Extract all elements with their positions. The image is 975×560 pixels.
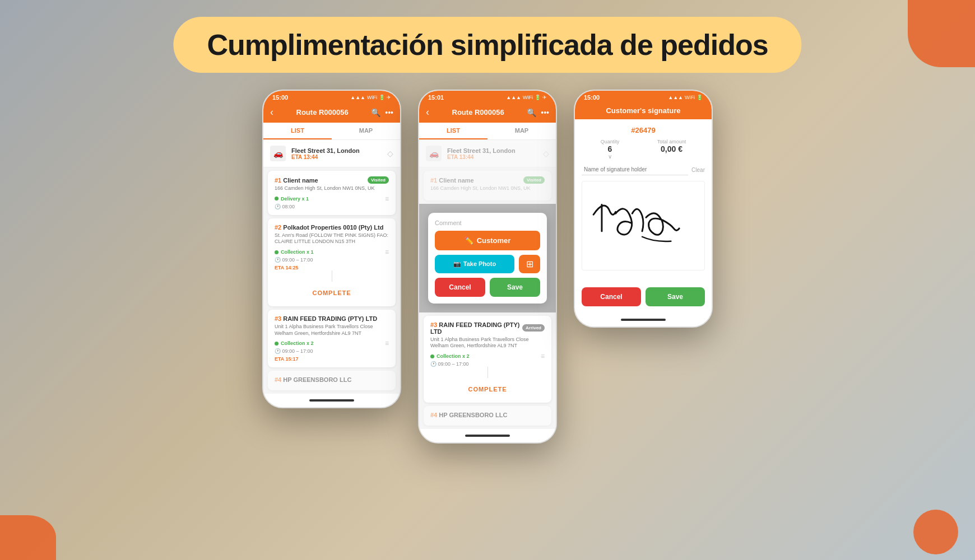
phones-container: 15:00 ▲▲▲ WiFi 🔋 ✈ ‹ Route R000056 🔍 •••…: [262, 90, 713, 444]
phone1-search-icon[interactable]: 🔍: [371, 108, 380, 117]
phone1-stop2-collection: Collection x 1: [281, 249, 314, 255]
phone1-home: [263, 394, 400, 407]
phone3-home: [575, 313, 712, 326]
phone2-home: [419, 429, 556, 442]
phone2-back-icon[interactable]: ‹: [426, 106, 429, 118]
phone1-location-icon: 🚗: [270, 146, 286, 161]
gallery-button[interactable]: ⊞: [519, 255, 540, 273]
phone2-stop3-title: #3 RAIN FEED TRADING (PTY) LTD: [430, 321, 522, 335]
phone1-stop1-time: 🕐 08:00: [275, 204, 389, 209]
cancel-button[interactable]: Cancel: [435, 278, 485, 297]
phone1-location-row: 🚗 Fleet Street 31, London ETA 13:44 ◇: [263, 140, 400, 167]
comment-label: Comment: [435, 220, 540, 226]
phone1-stop2-menu[interactable]: ≡: [385, 248, 389, 256]
phone2-stop3-header: #3 RAIN FEED TRADING (PTY) LTD Arrived: [430, 321, 545, 335]
phone2-nav-title: Route R000056: [452, 108, 504, 116]
phone1-nav-title: Route R000056: [296, 108, 349, 116]
sig-canvas[interactable]: [582, 181, 705, 270]
phone1-stop2-eta: ETA 14:25: [275, 265, 389, 270]
phone2-location-name: Fleet Street 31, London: [447, 147, 537, 154]
phone1-tab-list[interactable]: LIST: [263, 123, 332, 139]
take-photo-label: Take Photo: [463, 260, 496, 267]
phone2-status-bar: 15:01 ▲▲▲ WiFi 🔋 ✈: [419, 91, 556, 103]
phone1-content: 🚗 Fleet Street 31, London ETA 13:44 ◇ #1…: [263, 140, 400, 394]
customer-label: Customer: [477, 236, 511, 245]
deco-circle-bl: [0, 515, 56, 560]
phone1-tab-map[interactable]: MAP: [332, 123, 400, 139]
customer-icon: ✏️: [465, 236, 473, 245]
phone2-overlay: Comment ✏️ Customer 📷 Take Photo ⊞: [419, 204, 556, 312]
sig-cancel-button[interactable]: Cancel: [582, 287, 641, 306]
phone1-diamond-icon: ◇: [387, 149, 393, 158]
phone3-nav-bar: Customer's signature: [575, 103, 712, 119]
phone1-stop2-address: St. Ann's Road (FOLLOW THE PINK SIGNS) F…: [275, 232, 389, 245]
phone2-stop3-badge: Arrived: [522, 324, 545, 332]
sig-name-input[interactable]: [582, 164, 688, 175]
phone3-time: 15:00: [584, 94, 600, 101]
phone2-tab-map[interactable]: MAP: [487, 123, 556, 139]
phone2-tab-list[interactable]: LIST: [419, 123, 487, 139]
phone1-location-name: Fleet Street 31, London: [291, 147, 382, 154]
phone2-location-eta: ETA 13:44: [447, 154, 537, 160]
phone1-nav-bar: ‹ Route R000056 🔍 •••: [263, 103, 400, 123]
phone2-stop3-collection: Collection x 2: [437, 353, 470, 359]
phone2-stop3-menu[interactable]: ≡: [541, 352, 545, 360]
camera-icon: 📷: [453, 260, 461, 268]
phone1-stop3-eta: ETA 15:17: [275, 356, 389, 362]
comment-modal: Comment ✏️ Customer 📷 Take Photo ⊞: [428, 213, 547, 304]
phone2-stop1-address: 166 Camden High St, London NW1 0NS, UK: [430, 185, 545, 192]
phone1-stop3-meta: Collection x 2 ≡: [275, 339, 389, 347]
phone2-stop1-title: #1 Client name: [430, 177, 474, 184]
phone2-stop4-title: #4 HP GREENSBORO LLC: [430, 412, 507, 418]
phone2-time: 15:01: [428, 94, 444, 101]
phone1-location-text: Fleet Street 31, London ETA 13:44: [291, 147, 382, 160]
phone1-stop3-menu[interactable]: ≡: [385, 339, 389, 347]
phone2-stop-4: #4 HP GREENSBORO LLC: [424, 406, 551, 426]
take-photo-button[interactable]: 📷 Take Photo: [435, 255, 514, 273]
sig-clear-btn[interactable]: Clear: [691, 167, 705, 173]
phone2-location-row: 🚗 Fleet Street 31, London ETA 13:44 ◇: [419, 140, 556, 167]
phone1-status-icons: ▲▲▲ WiFi 🔋 ✈: [350, 95, 391, 100]
phone2-stop1-badge: Visited: [523, 176, 545, 184]
deco-circle-tr: [908, 0, 975, 67]
phone1-complete-btn[interactable]: COMPLETE: [275, 284, 389, 301]
phone1-stop1-address: 166 Camden High St, London NW1 0NS, UK: [275, 185, 389, 192]
phone2-stop4-header: #4 HP GREENSBORO LLC: [430, 412, 545, 418]
sig-quantity-label: Quantity: [601, 139, 620, 144]
phone1-stop1-collection: Delivery x 1: [281, 196, 309, 202]
phone2-stop-3[interactable]: #3 RAIN FEED TRADING (PTY) LTD Arrived U…: [424, 316, 551, 403]
phone2-status-icons: ▲▲▲ WiFi 🔋 ✈: [506, 95, 547, 100]
customer-button[interactable]: ✏️ Customer: [435, 231, 540, 250]
phone1-stop1-menu[interactable]: ≡: [385, 195, 389, 203]
phone2-search-icon[interactable]: 🔍: [527, 108, 536, 117]
phone2-more-icon[interactable]: •••: [541, 108, 549, 117]
phone2-complete-btn[interactable]: COMPLETE: [430, 380, 545, 397]
phone1-stop1-meta: Delivery x 1 ≡: [275, 195, 389, 203]
phone3-sig-content: #26479 Quantity 6 ∨ Total amount 0,00 € …: [575, 119, 712, 283]
gallery-icon: ⊞: [526, 259, 533, 269]
phone1-stop3-time: 🕐 09:00 – 17:00: [275, 348, 389, 354]
phone1-more-icon[interactable]: •••: [385, 108, 393, 117]
phone1-stop2-time: 🕐 09:00 – 17:00: [275, 257, 389, 263]
phone2-stop3-time: 🕐 09:00 – 17:00: [430, 361, 545, 367]
sig-svg: [582, 181, 704, 270]
phone2-stop3-dot: [430, 354, 434, 358]
sig-chevron: ∨: [601, 153, 620, 160]
phone1-stop3-address: Unit 1 Alpha Business Park Travellors Cl…: [275, 324, 389, 337]
sig-save-button[interactable]: Save: [646, 287, 705, 306]
phone1-stop-2[interactable]: #2 Polkadot Properties 0010 (Pty) Ltd St…: [268, 218, 396, 306]
save-button[interactable]: Save: [490, 278, 540, 297]
phone1-stop3-collection: Collection x 2: [281, 340, 314, 346]
sig-order-num: #26479: [582, 126, 705, 134]
phone-1: 15:00 ▲▲▲ WiFi 🔋 ✈ ‹ Route R000056 🔍 •••…: [262, 90, 401, 408]
phone1-stop-1[interactable]: #1 Client name Visited 166 Camden High S…: [268, 171, 396, 215]
phone1-stop-3[interactable]: #3 RAIN FEED TRADING (PTY) LTD Unit 1 Al…: [268, 310, 396, 367]
phone-2: 15:01 ▲▲▲ WiFi 🔋 ✈ ‹ Route R000056 🔍 •••…: [418, 90, 557, 444]
sig-meta-row: Quantity 6 ∨ Total amount 0,00 €: [582, 139, 705, 160]
phone1-stop3-title: #3 RAIN FEED TRADING (PTY) LTD: [275, 315, 377, 322]
phone1-back-icon[interactable]: ‹: [270, 106, 273, 118]
phone1-tab-bar: LIST MAP: [263, 123, 400, 140]
phone1-stop1-header: #1 Client name Visited: [275, 176, 389, 184]
phone2-location-text: Fleet Street 31, London ETA 13:44: [447, 147, 537, 160]
phone2-home-bar: [465, 435, 510, 437]
